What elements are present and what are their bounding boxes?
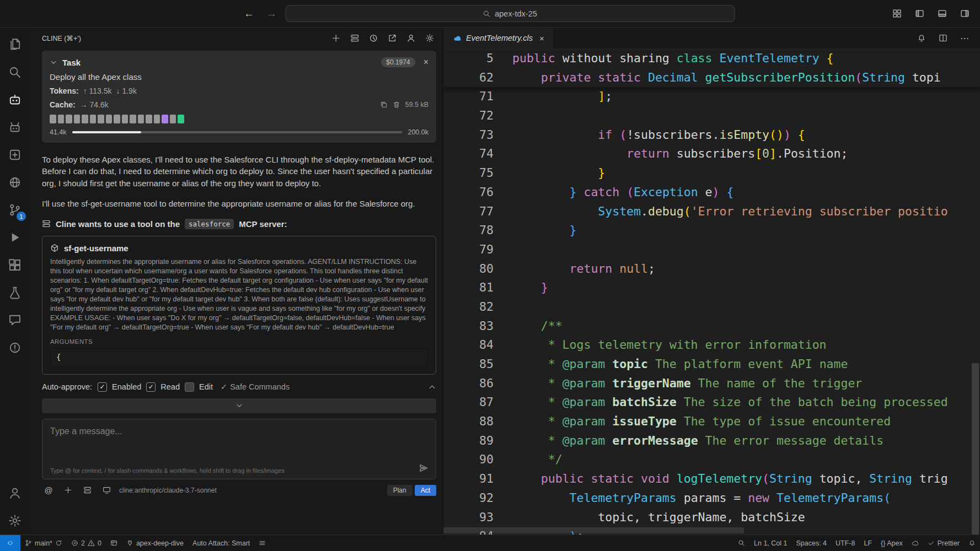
status-git-branch[interactable]: main* (20, 535, 67, 551)
line-number: 74 (443, 144, 494, 164)
code-line: 72 (443, 106, 980, 126)
tool-description: Intelligently determines the appropriate… (50, 257, 428, 332)
mention-button[interactable]: @ (42, 484, 55, 497)
activity-explorer[interactable] (0, 31, 30, 58)
gear-icon (8, 514, 22, 527)
copy-icon[interactable] (380, 101, 388, 109)
code-line: 74 return subscribers[0].Position; (443, 144, 980, 164)
nav-back-icon[interactable]: ← (244, 8, 254, 20)
delete-icon[interactable] (393, 101, 400, 109)
open-in-editor-button[interactable] (385, 31, 399, 45)
context-block (170, 115, 176, 123)
account-button[interactable] (404, 31, 417, 45)
activity-run-debug[interactable] (0, 224, 30, 251)
toggle-panel-button[interactable] (935, 7, 949, 20)
expand-collapse-bar[interactable] (42, 398, 436, 413)
chevron-up-icon[interactable] (428, 383, 436, 391)
activity-accounts[interactable] (0, 479, 30, 507)
server-icon (83, 486, 92, 494)
toggle-secondary-sidebar-button[interactable] (958, 7, 971, 20)
code-line: 76 } catch (Exception e) { (443, 183, 980, 202)
settings-button[interactable] (423, 31, 436, 45)
tab-eventtelemetry[interactable]: EventTelemetry.cls × (443, 28, 553, 48)
split-editor-button[interactable] (936, 31, 950, 45)
add-context-button[interactable] (61, 484, 74, 497)
plug-icon (126, 539, 133, 547)
status-problems[interactable]: 20 (67, 535, 106, 551)
line-number: 81 (443, 278, 494, 298)
activity-browser[interactable] (0, 169, 30, 196)
activity-settings[interactable] (0, 507, 30, 534)
tool-request-suffix: MCP server: (239, 219, 287, 229)
task-close-button[interactable]: × (424, 57, 429, 67)
activity-extensions[interactable] (0, 251, 30, 279)
account-icon (8, 487, 22, 500)
status-notifications[interactable] (964, 535, 980, 551)
more-actions-button[interactable]: ⋯ (958, 31, 971, 45)
send-icon[interactable] (419, 463, 429, 473)
chevron-down-icon[interactable] (50, 58, 57, 66)
status-remote[interactable] (0, 535, 20, 551)
toggle-primary-sidebar-button[interactable] (913, 7, 926, 20)
code-line: 85 * @param topic The platform event API… (443, 355, 980, 374)
code-editor[interactable]: 71 ];7273 if (!subscribers.isEmpty()) {7… (443, 49, 980, 534)
status-tasks-menu[interactable] (254, 535, 270, 551)
activity-create[interactable] (0, 141, 30, 169)
activity-search[interactable] (0, 58, 30, 86)
new-task-button[interactable] (329, 31, 342, 45)
checkbox-edit[interactable] (185, 382, 194, 392)
context-block (98, 115, 104, 123)
message-input[interactable]: Type a message... Type @ for context, / … (42, 419, 436, 479)
activity-chat[interactable] (0, 306, 30, 334)
act-mode-button[interactable]: Act (415, 485, 436, 496)
status-auto-attach[interactable]: Auto Attach: Smart (188, 535, 254, 551)
code-line: 73 if (!subscribers.isEmpty()) { (443, 126, 980, 145)
tab-close-icon[interactable]: × (539, 34, 544, 43)
context-block (82, 115, 88, 123)
status-zoom[interactable] (733, 535, 749, 551)
model-selector[interactable]: cline:anthropic/claude-3.7-sonnet (119, 487, 217, 494)
code-line: 62 private static Decimal getSubscriberP… (443, 68, 980, 88)
line-number: 90 (443, 450, 494, 469)
status-language-mode[interactable]: {} Apex (876, 535, 907, 551)
activity-roo-code[interactable] (0, 114, 30, 141)
plan-mode-button[interactable]: Plan (387, 485, 413, 496)
activity-problems[interactable] (0, 334, 30, 361)
branch-icon (25, 539, 32, 547)
horizontal-scrollbar[interactable] (443, 527, 744, 533)
mcp-servers-button[interactable] (348, 31, 361, 45)
status-encoding[interactable]: UTF-8 (831, 535, 859, 551)
checkbox-read[interactable]: ✓ (146, 382, 156, 392)
cline-panel: CLINE (⌘+') Task $0.1974 × Deploy all th… (30, 28, 443, 534)
checkbox-label-edit: Edit (199, 382, 213, 391)
mcp-button[interactable] (81, 484, 94, 497)
customize-layout-button[interactable] (890, 7, 903, 20)
code-line: 80 return null; (443, 260, 980, 279)
status-formatter[interactable]: Prettier (923, 535, 964, 551)
code-line: 84 * Logs telemetry with error informati… (443, 336, 980, 355)
task-size: 59.5 kB (405, 101, 429, 109)
status-cloud-status[interactable] (907, 535, 923, 551)
activity-testing[interactable] (0, 279, 30, 306)
activity-source-control[interactable]: 1 (0, 196, 30, 224)
status-eol[interactable]: LF (859, 535, 876, 551)
command-center-search[interactable]: apex-tdx-25 (285, 5, 735, 22)
line-number: 87 (443, 393, 494, 412)
checkbox-enabled[interactable]: ✓ (98, 382, 107, 392)
tokens-down: ↓ 1.9k (116, 87, 137, 95)
screenshot-button[interactable] (100, 484, 113, 497)
activity-cline[interactable] (0, 86, 30, 114)
nav-forward-icon[interactable]: → (266, 8, 277, 20)
notifications-button[interactable] (915, 31, 928, 45)
task-description: Deploy all the Apex class (50, 72, 429, 82)
status-cursor-position[interactable]: Ln 1, Col 1 (749, 535, 791, 551)
vertical-scrollbar[interactable] (972, 363, 979, 534)
history-button[interactable] (367, 31, 380, 45)
at-icon: @ (44, 486, 52, 494)
tokens-row: Tokens: ↑ 113.5k ↓ 1.9k (50, 87, 429, 95)
auto-approve-row: Auto-approve: ✓Enabled✓ReadEdit ✓Safe Co… (42, 382, 436, 392)
assistant-message: To deploy these Apex classes, I'll need … (42, 154, 436, 189)
status-editor-layout[interactable] (106, 535, 122, 551)
status-default-org[interactable]: apex-deep-dive (122, 535, 188, 551)
status-indentation[interactable]: Spaces: 4 (791, 535, 831, 551)
